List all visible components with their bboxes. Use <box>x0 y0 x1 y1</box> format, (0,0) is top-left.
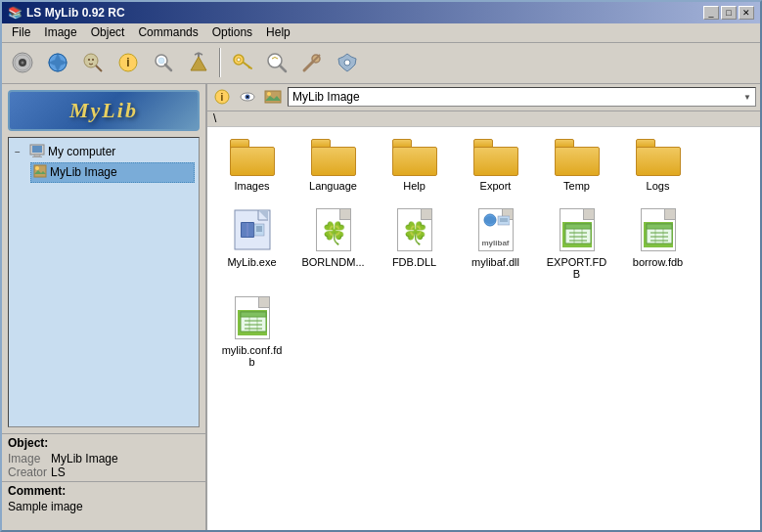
svg-line-9 <box>96 66 102 71</box>
object-panel-header: Object: <box>8 436 200 450</box>
folder-logs-icon <box>636 139 681 176</box>
menu-image[interactable]: Image <box>38 24 82 40</box>
tree-root-node[interactable]: − My computer <box>13 142 195 162</box>
exe-icon-wrapper <box>230 207 275 252</box>
object-creator-row: Creator LS <box>8 466 200 479</box>
menu-commands[interactable]: Commands <box>132 24 203 40</box>
tree-collapse-icon: − <box>15 147 26 157</box>
borl-label: BORLNDM... <box>301 256 364 268</box>
folder-logs[interactable]: Logs <box>621 135 695 196</box>
svg-rect-51 <box>254 224 264 236</box>
title-bar-left: 📚 LS MyLib 0.92 RC <box>8 6 125 20</box>
nav-eye-button[interactable] <box>237 86 258 108</box>
path-dropdown[interactable]: MyLib Image ▼ <box>288 87 756 107</box>
close-button[interactable]: ✕ <box>739 6 754 20</box>
svg-point-28 <box>344 60 350 66</box>
globe-button[interactable] <box>41 46 74 79</box>
file-mylib-exe[interactable]: MyLib.exe <box>215 203 289 284</box>
mylibaf-label: mylibaf.dll <box>471 256 519 268</box>
svg-rect-30 <box>32 146 42 153</box>
maximize-button[interactable]: □ <box>721 6 737 20</box>
magnify-button[interactable] <box>147 46 180 79</box>
settings-button[interactable] <box>331 46 364 79</box>
file-mylibaf-dll[interactable]: mylibaf mylibaf.dll <box>459 203 532 284</box>
file-borrow-fdb[interactable]: borrow.fdb <box>621 203 695 284</box>
object-creator-label: Creator <box>8 466 47 479</box>
fdb-dll-label: FDB.DLL <box>392 256 436 268</box>
folder-logs-label: Logs <box>647 180 670 192</box>
borrow-fdb-label: borrow.fdb <box>633 256 683 268</box>
svg-point-3 <box>22 62 24 65</box>
svg-line-24 <box>280 66 286 71</box>
menu-help[interactable]: Help <box>260 24 296 40</box>
file-view[interactable]: Images Language Help <box>207 127 760 530</box>
file-export-fdb[interactable]: EXPORT.FDB <box>540 203 613 284</box>
svg-point-8 <box>92 59 94 61</box>
svg-point-42 <box>267 92 271 96</box>
title-bar: 📚 LS MyLib 0.92 RC _ □ ✕ <box>2 2 760 23</box>
svg-marker-15 <box>191 57 206 70</box>
folder-export-icon <box>473 139 518 176</box>
computer-icon <box>29 143 45 161</box>
nav-info-button[interactable]: i <box>211 86 233 108</box>
main-area: MyLib − My computer <box>2 84 760 530</box>
toolbar-separator-1 <box>219 48 221 77</box>
search-button[interactable] <box>260 46 293 79</box>
tree-children: MyLib Image <box>30 162 195 183</box>
minimize-button[interactable]: _ <box>703 6 719 20</box>
antenna-button[interactable] <box>182 46 215 79</box>
file-borlndm[interactable]: 🍀 BORLNDM... <box>296 203 370 284</box>
file-mylib-conf-fdb[interactable]: mylib.conf.fdb <box>215 291 289 372</box>
svg-text:i: i <box>221 92 224 103</box>
svg-point-7 <box>88 59 90 61</box>
menu-object[interactable]: Object <box>85 24 131 40</box>
folder-help[interactable]: Help <box>378 135 451 196</box>
folder-help-icon <box>392 139 437 176</box>
tools-button[interactable] <box>295 46 329 79</box>
object-image-label: Image <box>8 452 47 466</box>
menu-options[interactable]: Options <box>206 24 258 40</box>
object-panel: Object: Image MyLib Image Creator LS <box>2 433 205 481</box>
folder-language[interactable]: Language <box>296 135 370 196</box>
mylib-conf-fdb-icon-wrapper <box>230 295 275 340</box>
folder-language-icon <box>311 139 356 176</box>
folder-images-icon <box>230 139 275 176</box>
nav-toolbar: i M <box>207 84 760 111</box>
disk-button[interactable] <box>6 46 39 79</box>
svg-line-21 <box>244 63 251 68</box>
svg-point-13 <box>158 58 164 64</box>
folder-temp[interactable]: Temp <box>540 135 613 196</box>
svg-rect-31 <box>34 155 40 156</box>
tree-view[interactable]: − My computer <box>8 137 200 427</box>
nav-image-button[interactable] <box>262 86 284 108</box>
menu-file[interactable]: File <box>6 24 36 40</box>
right-panel: i M <box>207 84 760 530</box>
face-search-button[interactable] <box>76 46 110 79</box>
svg-rect-56 <box>498 216 510 225</box>
toolbar: i <box>2 43 760 84</box>
folder-export[interactable]: Export <box>459 135 532 196</box>
folder-images[interactable]: Images <box>215 135 289 196</box>
tree-root-label: My computer <box>48 145 115 158</box>
folder-language-label: Language <box>309 180 357 192</box>
tree-mylib-image-node[interactable]: MyLib Image <box>30 162 195 183</box>
svg-rect-32 <box>32 156 42 157</box>
borrow-fdb-icon-wrapper <box>636 207 681 252</box>
svg-point-6 <box>84 54 98 67</box>
mylib-logo: MyLib <box>8 90 200 131</box>
key-button[interactable] <box>225 46 258 79</box>
breadcrumb-text: \ <box>213 111 216 125</box>
object-creator-value: LS <box>51 466 66 479</box>
file-fdb-dll[interactable]: 🍀 FDB.DLL <box>378 203 451 284</box>
svg-point-34 <box>35 166 39 170</box>
object-image-row: Image MyLib Image <box>8 452 200 466</box>
svg-line-22 <box>248 66 249 68</box>
svg-rect-60 <box>565 224 591 229</box>
svg-text:i: i <box>126 56 129 69</box>
folder-temp-icon <box>555 139 600 176</box>
folder-temp-label: Temp <box>563 180 590 192</box>
export-fdb-icon-wrapper <box>555 207 600 252</box>
left-panel: MyLib − My computer <box>2 84 207 530</box>
info-button[interactable]: i <box>112 46 145 79</box>
tree-mylib-image-label: MyLib Image <box>50 165 117 179</box>
